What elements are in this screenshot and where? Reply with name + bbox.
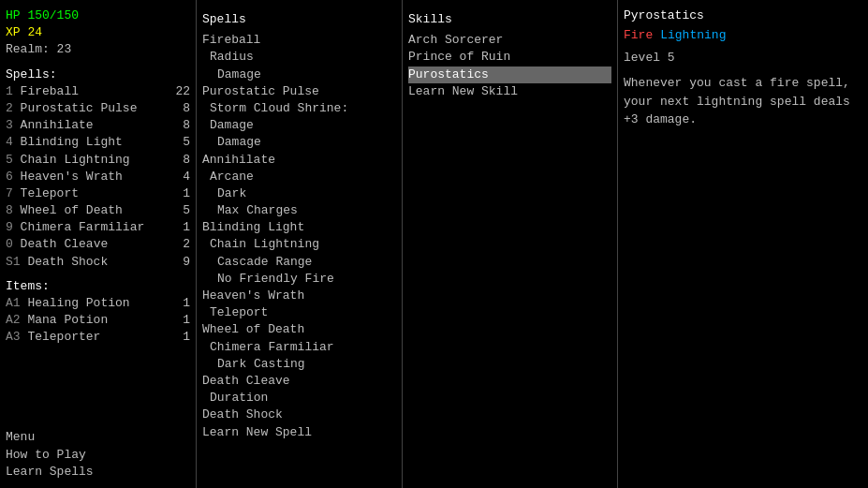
spell-row[interactable]: 7 Teleport1	[6, 185, 190, 202]
xp-display: XP 24	[6, 24, 190, 41]
spell-count: 8	[183, 100, 190, 117]
skill-entry[interactable]: Prince of Ruin	[408, 49, 611, 66]
hp-display: HP 150/150	[6, 7, 190, 24]
spell-panel-entry[interactable]: Arcane	[202, 169, 396, 185]
spell-panel-entry[interactable]: Death Shock	[202, 407, 396, 423]
spell-entry: 0 Death Cleave	[6, 236, 108, 253]
skill-entry[interactable]: Arch Sorcerer	[408, 32, 611, 49]
item-entry: A3 Teleporter	[6, 329, 100, 346]
info-tag: Fire	[624, 28, 653, 42]
item-row[interactable]: A3 Teleporter1	[6, 329, 190, 346]
spell-panel-entry[interactable]: Teleport	[202, 304, 396, 321]
info-level: level 5	[624, 50, 862, 67]
spell-panel-entry[interactable]: Chimera Farmiliar	[202, 339, 396, 356]
spell-entry: 6 Heaven's Wrath	[6, 169, 123, 185]
spell-row[interactable]: 0 Death Cleave2	[6, 236, 190, 253]
items-header: Items:	[6, 278, 190, 295]
item-count: 1	[183, 295, 190, 312]
spell-entry: 3 Annihilate	[6, 117, 94, 134]
bottom-link[interactable]: Learn Spells	[6, 464, 190, 481]
left-panel: HP 150/150 XP 24 Realm: 23 Spells: 1 Fir…	[0, 0, 197, 488]
spell-panel-entry[interactable]: Damage	[202, 134, 396, 151]
item-count: 1	[183, 312, 190, 329]
skill-entry[interactable]: Purostatics	[408, 67, 611, 83]
spell-panel-entry[interactable]: Death Cleave	[202, 373, 396, 390]
spell-row[interactable]: 5 Chain Lightning8	[6, 152, 190, 169]
info-title: Pyrostatics	[624, 7, 862, 24]
item-count: 1	[183, 329, 190, 346]
spell-count: 8	[183, 117, 190, 134]
spell-panel-entry[interactable]: Radius	[202, 49, 396, 66]
spell-entry: 7 Teleport	[6, 185, 79, 202]
spell-count: 2	[183, 236, 190, 253]
spell-panel-entry[interactable]: Wheel of Death	[202, 321, 396, 338]
skill-entry[interactable]: Learn New Skill	[408, 83, 611, 100]
spells-list: 1 Fireball222 Purostatic Pulse83 Annihil…	[6, 83, 190, 271]
spell-entry: 5 Chain Lightning	[6, 152, 130, 169]
spell-row[interactable]: S1 Death Shock9	[6, 254, 190, 271]
spell-count: 5	[183, 202, 190, 219]
spell-entry: 2 Purostatic Pulse	[6, 100, 137, 117]
spell-entry: 4 Blinding Light	[6, 134, 123, 151]
spell-entry: 8 Wheel of Death	[6, 202, 123, 219]
spell-row[interactable]: 8 Wheel of Death5	[6, 202, 190, 219]
spell-row[interactable]: 2 Purostatic Pulse8	[6, 100, 190, 117]
spells-panel: Spells FireballRadiusDamagePurostatic Pu…	[197, 0, 403, 488]
spell-entry: 1 Fireball	[6, 83, 79, 100]
spell-count: 5	[183, 134, 190, 151]
spell-panel-entry[interactable]: Annihilate	[202, 152, 396, 169]
spell-panel-entry[interactable]: Learn New Spell	[202, 424, 396, 441]
spell-entry: S1 Death Shock	[6, 254, 108, 271]
info-panel: Pyrostatics FireLightning level 5 Whenev…	[618, 0, 868, 488]
bottom-link[interactable]: Menu	[6, 429, 190, 446]
skills-panel-header: Skills	[408, 11, 611, 28]
spell-panel-entry[interactable]: Fireball	[202, 32, 396, 49]
spell-count: 1	[183, 185, 190, 202]
bottom-link[interactable]: How to Play	[6, 447, 190, 464]
spell-panel-entry[interactable]: Purostatic Pulse	[202, 83, 396, 100]
spell-panel-entry[interactable]: Max Charges	[202, 202, 396, 219]
spell-panel-entry[interactable]: Dark Casting	[202, 356, 396, 373]
skills-panel: Skills Arch SorcererPrince of RuinPurost…	[403, 0, 618, 488]
spell-panel-entry[interactable]: Damage	[202, 67, 396, 83]
spell-panel-entry[interactable]: Heaven's Wrath	[202, 288, 396, 304]
spell-row[interactable]: 3 Annihilate8	[6, 117, 190, 134]
item-entry: A2 Mana Potion	[6, 312, 108, 329]
spell-panel-entry[interactable]: Dark	[202, 185, 396, 202]
spell-count: 8	[183, 152, 190, 169]
spell-panel-entry[interactable]: Cascade Range	[202, 254, 396, 271]
spells-panel-header: Spells	[202, 11, 396, 28]
spell-count: 1	[183, 219, 190, 236]
spell-row[interactable]: 9 Chimera Farmiliar1	[6, 219, 190, 236]
bottom-links: MenuHow to PlayLearn Spells	[6, 429, 190, 481]
item-row[interactable]: A2 Mana Potion1	[6, 312, 190, 329]
spell-panel-entry[interactable]: Blinding Light	[202, 219, 396, 236]
spell-panel-entry[interactable]: Storm Cloud Shrine: Damage	[202, 100, 396, 134]
item-row[interactable]: A1 Healing Potion1	[6, 295, 190, 312]
items-list: A1 Healing Potion1A2 Mana Potion1A3 Tele…	[6, 295, 190, 347]
spell-row[interactable]: 4 Blinding Light5	[6, 134, 190, 151]
spell-row[interactable]: 6 Heaven's Wrath4	[6, 169, 190, 185]
spell-panel-entry[interactable]: No Friendly Fire	[202, 271, 396, 288]
spell-count: 22	[175, 83, 190, 100]
spells-header: Spells:	[6, 67, 190, 83]
spell-count: 9	[183, 254, 190, 271]
info-tag: Lightning	[660, 28, 726, 42]
spell-row[interactable]: 1 Fireball22	[6, 83, 190, 100]
spells-panel-list: FireballRadiusDamagePurostatic PulseStor…	[202, 32, 396, 441]
spell-panel-entry[interactable]: Chain Lightning	[202, 236, 396, 253]
item-entry: A1 Healing Potion	[6, 295, 130, 312]
spell-count: 4	[183, 169, 190, 185]
realm-display: Realm: 23	[6, 41, 190, 58]
spell-panel-entry[interactable]: Duration	[202, 390, 396, 407]
skills-list: Arch SorcererPrince of RuinPurostaticsLe…	[408, 32, 611, 100]
left-top: HP 150/150 XP 24 Realm: 23 Spells: 1 Fir…	[6, 7, 190, 347]
spell-entry: 9 Chimera Farmiliar	[6, 219, 144, 236]
info-tags: FireLightning	[624, 28, 862, 42]
info-description: Whenever you cast a fire spell, your nex…	[624, 74, 862, 129]
